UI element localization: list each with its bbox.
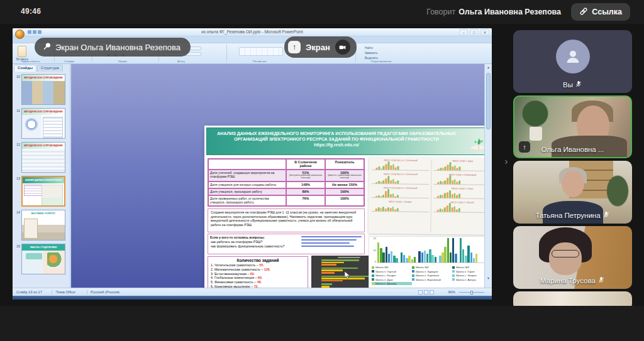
find-label: Найти (365, 46, 373, 50)
thumb-title: РАБОТА С РОДИТЕЛЯМИ (22, 244, 65, 251)
zoom-slider (459, 292, 484, 293)
column-chart-legend: Школа №1Школа №2Школа №3Школа п. ГорныйШ… (372, 266, 492, 285)
screen-share-pill[interactable]: ↑ Экран (284, 36, 357, 58)
thumb-title: МЕТОДИЧЕСКОЕ СОПРОВОЖДЕНИЕ (22, 143, 65, 149)
thumb-title: МЕТОДИЧЕСКОЕ СОПРОВОЖДЕНИЕ (22, 109, 65, 115)
task-item: 4. Глобальные компетенции – 60. (211, 276, 305, 280)
link-button-label: Ссылка (592, 8, 622, 16)
mini-chart: МБОУ СОШ п. Березовый (433, 173, 491, 185)
thumb-title: АНАЛИЗ ДАННЫХ МОНИТОРИНГА (23, 177, 64, 183)
call-controls-bar: ↑ 19 (0, 306, 644, 341)
table-header: В Солнечном районе (286, 159, 325, 170)
participants-sidebar: Вы ↑ Ольга Ивановна ... Татьяна Петрунин… (513, 30, 632, 306)
tasks-title: Количество заданий (211, 258, 305, 263)
top-bar: 49:46 ГоворитОльга Ивановна Резепова Ссы… (0, 0, 644, 24)
participant-tile[interactable]: Марина Трусова (513, 226, 632, 289)
mini-chart: МБОУ СОШ №3 р.п. Солнечный (372, 187, 429, 198)
photo-mini-charts: МБОУ СОШ №1 р.п. СолнечныйМБОУ СОШ №2 р.… (368, 157, 492, 235)
questions-title: Если у кого-то остались вопросы: (210, 235, 297, 240)
task-item: 2. Математическая грамотность – 126. (211, 268, 305, 272)
participant-tile[interactable]: Татьяна Петрунина (513, 161, 632, 224)
mini-chart: МБОУ СОШ №2 р.п. Солнечный (372, 173, 429, 185)
thumb-number: 10 (14, 74, 21, 105)
status-slide-number: Слайд 13 из 17 (16, 290, 42, 294)
speaker-name: Ольга Ивановна Резепова (458, 8, 561, 16)
thumb-number: 12 (14, 142, 21, 173)
slide-thumbnail: 12 МЕТОДИЧЕСКОЕ СОПРОВОЖДЕНИЕ (14, 142, 70, 173)
mini-chart: МБОУ СОШ п. Горин (433, 187, 491, 199)
tab-slides: Слайды (14, 65, 36, 72)
scroll-down-icon: ▾ (485, 276, 492, 280)
person-icon (564, 47, 582, 66)
video-call-app: 49:46 ГоворитОльга Ивановна Резепова Ссы… (0, 0, 644, 341)
thumb-number: 14 (14, 210, 21, 241)
table-cell: Доля учителей, создающих мероприятия на … (208, 170, 286, 181)
now-speaking: ГоворитОльга Ивановна Резепова (426, 8, 561, 16)
question-line: -как работать на платформе РЭШ? (210, 240, 297, 244)
thumb-title: ВЫСТАВКА / КОНКУРС (22, 210, 65, 217)
drawing-group-label: Рисование (253, 60, 267, 63)
avatar (556, 40, 590, 73)
participant-tile-you[interactable]: Вы (513, 30, 632, 93)
minimize-icon: – (459, 29, 468, 35)
photo-col-left: МБОУ СОШ №1 р.п. СолнечныйМБОУ СОШ №2 р.… (369, 159, 431, 232)
table-cell: 51%(без учета учителей начальных классов… (286, 170, 325, 181)
thumb-title: МЕТОДИЧЕСКОЕ СОПРОВОЖДЕНИЕ (22, 75, 65, 81)
plant-decor (519, 100, 551, 129)
paragraph-group-label: Абзац (177, 60, 185, 63)
table-cell: Доля учащихся для которых созданы работы (208, 181, 286, 188)
speaking-label: Говорит (426, 8, 455, 16)
participant-tile-speaking[interactable]: ↑ Ольга Ивановна ... (513, 95, 632, 158)
table-cell: Доля учащихся, прошедших работу (208, 188, 286, 195)
screen-pill-label: Экран (306, 43, 330, 52)
question-links (299, 234, 364, 254)
glasses-decor (552, 250, 579, 257)
question-line: -как формировать функциональную грамотно… (210, 244, 297, 249)
legend-item: Школа №2 (412, 266, 452, 269)
thumb-number: 15 (14, 244, 21, 274)
slide-thumbnail: 10 МЕТОДИЧЕСКОЕ СОПРОВОЖДЕНИЕ (14, 74, 70, 105)
slides-group-label: Слайды (64, 60, 74, 63)
mini-chart: МБОУ СОШ п. Горный (433, 201, 491, 213)
legend-item: Школа №1 (372, 266, 412, 269)
ppt-window-controls: – □ ✕ (459, 29, 489, 35)
pinned-screen-label: Экран Ольга Ивановна Резепова (55, 43, 180, 52)
copy-link-button[interactable]: Ссылка (571, 3, 630, 21)
paste-icon (18, 46, 26, 57)
ppt-titlebar: из опыта ФГ_Резепова ОИ.pptx - Microsoft… (13, 28, 492, 36)
ppt-window-bottom-edge (13, 296, 492, 300)
column-chart: 20 10 0 Школа №1Школа №2Школа №3Школа п.… (369, 236, 492, 293)
screen-share-arrow-icon: ↑ (288, 41, 301, 53)
thumb-number: 13 (14, 176, 21, 207)
collapse-sidebar-chevron[interactable]: › (501, 153, 511, 168)
mini-chart: МБОУ СОШ с. Кондон (372, 200, 429, 212)
close-icon: ✕ (480, 29, 489, 35)
table-cell: 100% (325, 188, 364, 195)
ppt-statusbar: Слайд 13 из 17 'Тема Office' Русский (Ро… (13, 288, 492, 296)
font-group-label: Шрифт (118, 60, 127, 63)
slide-thumbnail-selected: 13 АНАЛИЗ ДАННЫХ МОНИТОРИНГА (14, 176, 70, 207)
status-theme: 'Тема Office' (55, 290, 76, 294)
pinned-screen-banner[interactable]: Экран Ольга Ивановна Резепова (35, 38, 191, 57)
slide-thumbnails: 10 МЕТОДИЧЕСКОЕ СОПРОВОЖДЕНИЕ 11 МЕТОДИЧ… (13, 73, 70, 288)
call-timer: 49:46 (21, 7, 41, 16)
screen-share-stage[interactable]: из опыта ФГ_Резепова ОИ.pptx - Microsoft… (13, 28, 492, 300)
powerpoint-window: из опыта ФГ_Резепова ОИ.pptx - Microsoft… (13, 28, 492, 300)
table-corner-cell (208, 159, 286, 170)
legend-item: Школа п. Джамку (372, 282, 412, 285)
slide-thumbnail: 14 ВЫСТАВКА / КОНКУРС (14, 210, 70, 241)
legend-item: Школа п. Березовый (412, 278, 452, 281)
maximize-icon: □ (470, 29, 479, 35)
legend-item: Школа с. Кондон (372, 274, 412, 277)
participant-name: Татьяна Петрунина (513, 211, 632, 220)
camera-toggle-button[interactable] (335, 40, 350, 55)
current-slide: АНАЛИЗ ДАННЫХ ЕЖЕНЕДЕЛЬНОГО МОНИТОРИНГА … (204, 126, 492, 295)
quick-access-toolbar (28, 30, 42, 34)
task-item: 1. Читательская грамотность – 55. (211, 263, 305, 268)
mini-chart: МБОУ СОШ п. Дуки (433, 160, 491, 171)
link-icon (579, 7, 588, 18)
table-cell: Доля проверенных работ, от количества уч… (208, 195, 286, 206)
task-item: 5. Финансовая грамотность – 48. (211, 280, 305, 284)
table-cell: 148% (286, 181, 325, 188)
table-cell: 100% (325, 195, 364, 206)
